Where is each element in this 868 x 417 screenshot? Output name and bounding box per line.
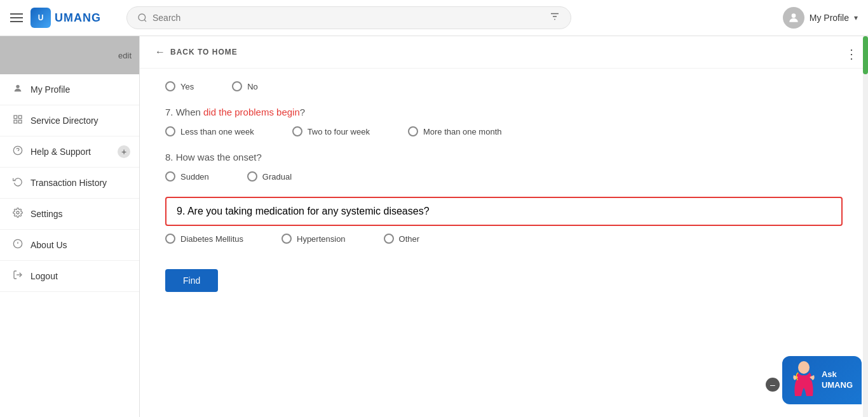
q6-option-yes[interactable]: Yes: [165, 81, 194, 91]
logo-icon: U: [31, 8, 51, 28]
sidebar-label-service-directory: Service Directory: [31, 116, 98, 126]
q7-suffix: ?: [300, 107, 305, 117]
svg-point-18: [798, 361, 810, 374]
profile-icon: [13, 83, 23, 96]
ask-umang-line1: Ask: [822, 369, 837, 379]
body-layout: edit My Profile Service Directory Help &…: [0, 36, 868, 417]
q7-option-more[interactable]: More than one month: [408, 126, 502, 136]
svg-rect-9: [14, 120, 17, 123]
q7-highlight: did the problems begin: [203, 107, 300, 117]
q8-title: 8. How was the onset?: [165, 152, 843, 162]
back-arrow-icon: ←: [155, 46, 165, 58]
hamburger-menu[interactable]: [10, 13, 23, 22]
sidebar-item-my-profile[interactable]: My Profile: [0, 74, 139, 105]
ask-umang-line2: UMANG: [822, 380, 853, 390]
radio-gradual: [247, 171, 257, 182]
find-button[interactable]: Find: [165, 269, 218, 292]
chevron-down-icon: ▾: [854, 13, 858, 22]
sidebar-item-settings[interactable]: Settings: [0, 199, 139, 230]
q6-options: Yes No: [165, 81, 843, 91]
sidebar-item-about-us[interactable]: About Us: [0, 230, 139, 261]
search-input[interactable]: [153, 13, 549, 23]
sidebar-label-my-profile: My Profile: [31, 84, 70, 95]
q8-label-sudden: Sudden: [180, 172, 209, 182]
ask-umang-text: Ask UMANG: [822, 369, 853, 391]
q7-option-two-four[interactable]: Two to four week: [292, 126, 370, 136]
sidebar-item-logout[interactable]: Logout: [0, 261, 139, 292]
avatar: [783, 7, 804, 29]
back-to-home[interactable]: ← BACK TO HOME: [140, 36, 868, 69]
transaction-history-icon: [13, 176, 23, 189]
ask-umang-bubble[interactable]: Ask UMANG: [782, 356, 862, 404]
q9-options: Diabetes Mellitus Hypertension Other: [165, 234, 843, 244]
q9-label-diabetes: Diabetes Mellitus: [180, 234, 243, 244]
ask-umang-figure: [789, 361, 819, 399]
sidebar-label-about-us: About Us: [31, 240, 67, 250]
profile-area[interactable]: My Profile ▾: [783, 7, 858, 29]
search-bar: [126, 6, 571, 29]
q8-options: Sudden Gradual: [165, 171, 843, 182]
expand-icon[interactable]: +: [118, 145, 130, 158]
app-header: U UMANG My Profile ▾: [0, 0, 868, 36]
q8-option-gradual[interactable]: Gradual: [247, 171, 292, 182]
profile-name: My Profile: [810, 13, 849, 23]
question-6: Yes No: [165, 81, 843, 91]
sidebar-item-help-support[interactable]: Help & Support +: [0, 136, 139, 168]
question-9: 9. Are you taking medication for any sys…: [165, 197, 843, 244]
q7-options: Less than one week Two to four week More…: [165, 126, 843, 136]
sidebar-label-settings: Settings: [31, 209, 63, 219]
q7-label-more: More than one month: [423, 127, 502, 136]
svg-point-6: [16, 85, 19, 88]
radio-less-one-week: [165, 126, 175, 136]
q9-number: 9. Are you taking medication for: [177, 206, 322, 216]
svg-rect-10: [18, 120, 22, 123]
question-7: 7. When did the problems begin? Less tha…: [165, 107, 843, 136]
scrollbar-track[interactable]: [863, 36, 868, 417]
settings-icon: [13, 208, 23, 220]
q9-label-hypertension: Hypertension: [297, 234, 346, 244]
question-8: 8. How was the onset? Sudden Gradual: [165, 152, 843, 182]
q8-label-gradual: Gradual: [262, 172, 292, 182]
q7-title: 7. When did the problems begin?: [165, 107, 843, 117]
svg-point-5: [791, 13, 796, 18]
service-directory-icon: [13, 114, 23, 127]
sidebar: edit My Profile Service Directory Help &…: [0, 36, 140, 417]
svg-point-13: [17, 211, 19, 214]
edit-label[interactable]: edit: [118, 51, 132, 60]
profile-banner: edit: [0, 36, 139, 74]
app-logo: U UMANG: [31, 8, 101, 28]
svg-line-1: [144, 20, 146, 22]
q9-option-other[interactable]: Other: [384, 234, 420, 244]
q9-option-hypertension[interactable]: Hypertension: [281, 234, 346, 244]
q8-number: 8. How was the onset?: [165, 152, 262, 162]
radio-more-one-month: [408, 126, 418, 136]
logout-icon: [13, 270, 23, 282]
radio-yes: [165, 81, 175, 91]
sidebar-label-transaction-history: Transaction History: [31, 178, 107, 188]
ask-umang-widget: – Ask UMANG: [766, 356, 862, 404]
q6-option-no[interactable]: No: [232, 81, 258, 91]
radio-no: [232, 81, 242, 91]
q8-option-sudden[interactable]: Sudden: [165, 171, 209, 182]
filter-icon[interactable]: [549, 11, 560, 25]
sidebar-item-transaction-history[interactable]: Transaction History: [0, 168, 139, 199]
q6-label-no: No: [247, 82, 258, 91]
scrollbar-thumb: [863, 36, 868, 74]
main-content: ← BACK TO HOME ⋮ Yes No: [140, 36, 868, 417]
form-section: Yes No 7. When did the problems begin?: [140, 69, 868, 305]
svg-point-0: [139, 14, 146, 21]
svg-rect-7: [14, 116, 17, 119]
more-options-icon[interactable]: ⋮: [845, 46, 858, 62]
q7-option-less[interactable]: Less than one week: [165, 126, 254, 136]
back-label: BACK TO HOME: [170, 48, 238, 56]
q9-option-diabetes[interactable]: Diabetes Mellitus: [165, 234, 243, 244]
q9-suffix: ?: [424, 206, 430, 216]
sidebar-item-service-directory[interactable]: Service Directory: [0, 105, 139, 136]
radio-other: [384, 234, 394, 244]
help-support-icon: [13, 145, 23, 158]
q9-highlight: any systemic diseases: [322, 206, 424, 216]
q6-label-yes: Yes: [180, 82, 194, 91]
ask-umang-close-btn[interactable]: –: [766, 378, 780, 392]
sidebar-label-logout: Logout: [31, 271, 58, 281]
q9-label-other: Other: [399, 234, 420, 244]
